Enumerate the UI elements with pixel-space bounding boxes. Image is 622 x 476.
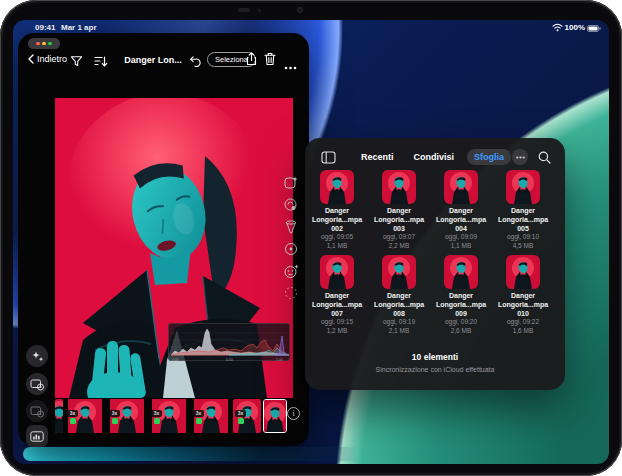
histogram-tick: 0.00 — [172, 358, 179, 362]
tab-sfoglia[interactable]: Sfoglia — [467, 149, 511, 165]
file-name: DangerLongoria...mpa 007 — [307, 292, 367, 318]
filmstrip-thumb-selected[interactable] — [263, 399, 287, 433]
editor-toolbar: Indietro Danger Lon... Seleziona — [18, 50, 309, 74]
thumb-badge: 3x — [193, 410, 204, 424]
file-size: 2,6 MB — [431, 327, 491, 336]
undo-icon[interactable] — [188, 54, 201, 72]
file-item[interactable]: DangerLongoria...mpa 002 oggi, 09:05 1,1… — [307, 170, 367, 251]
file-time: oggi, 09:20 — [431, 318, 491, 327]
file-time: oggi, 09:15 — [307, 318, 367, 327]
sort-descending-icon[interactable] — [94, 54, 108, 72]
file-name: DangerLongoria...mpa 002 — [307, 207, 367, 233]
file-item[interactable]: DangerLongoria...mpa 003 oggi, 09:07 2,2… — [369, 170, 429, 251]
status-time: 09:41 — [35, 23, 55, 32]
file-item[interactable]: DangerLongoria...mpa 009 oggi, 09:20 2,6… — [431, 255, 491, 336]
file-size: 1,2 MB — [307, 327, 367, 336]
tab-recenti[interactable]: Recenti — [354, 149, 401, 165]
file-size: 1,6 MB — [493, 327, 553, 336]
histogram-tick: 1.00 — [276, 358, 283, 362]
icloud-sync-status: Sincronizzazione con iCloud effettuata — [305, 366, 565, 373]
filmstrip-thumb[interactable] — [55, 399, 63, 433]
file-thumbnail — [506, 170, 540, 204]
front-camera — [297, 7, 303, 13]
back-label: Indietro — [37, 54, 67, 64]
color-cone-icon[interactable] — [281, 217, 301, 237]
ipad-device-frame: 09:41 Mar 1 apr 100% — [0, 0, 622, 476]
camera-bar — [238, 8, 250, 12]
file-time: oggi, 09:10 — [493, 233, 553, 242]
camera-dot — [258, 9, 261, 12]
file-name: DangerLongoria...mpa 005 — [493, 207, 553, 233]
back-button[interactable]: Indietro — [28, 54, 67, 64]
chevron-left-icon — [28, 54, 34, 64]
ipad-screen: 09:41 Mar 1 apr 100% — [13, 20, 609, 464]
file-thumbnail — [320, 170, 354, 204]
edited-badge — [112, 418, 118, 424]
file-size: 2,2 MB — [369, 242, 429, 251]
histogram-tick: 0.50 — [226, 358, 233, 362]
filmstrip-thumb[interactable]: 3x — [233, 399, 261, 433]
file-item[interactable]: DangerLongoria...mpa 008 oggi, 09:19 2,1… — [369, 255, 429, 336]
filmstrip-thumb[interactable]: 3x — [65, 399, 105, 433]
file-name: DangerLongoria...mpa 009 — [431, 292, 491, 318]
files-header: Recenti Condivisi Sfoglia — [305, 146, 565, 168]
file-thumbnail — [382, 255, 416, 289]
filmstrip-thumb[interactable]: 3x — [191, 399, 231, 433]
edited-badge — [196, 418, 202, 424]
histogram-overlay: 0.00 0.50 1.00 — [168, 323, 290, 361]
wallpaper-cyan-strip — [23, 447, 453, 461]
battery-icon — [587, 25, 601, 34]
magic-sparkles-button[interactable] — [26, 345, 48, 367]
file-size: 1,1 MB — [307, 242, 367, 251]
filmstrip-thumb[interactable]: 3x — [107, 399, 147, 433]
search-icon[interactable] — [538, 151, 551, 164]
edited-badge — [70, 418, 76, 424]
more-icon[interactable] — [284, 56, 297, 74]
file-name: DangerLongoria...mpa 003 — [369, 207, 429, 233]
document-title: Danger Lon... — [118, 55, 188, 65]
filter-funnel-icon[interactable] — [70, 54, 83, 72]
info-button[interactable]: i — [287, 407, 300, 420]
file-name: DangerLongoria...mpa 010 — [493, 292, 553, 318]
minimize-dot — [42, 42, 46, 46]
denoise-icon[interactable] — [281, 283, 301, 303]
file-size: 4,5 MB — [493, 242, 553, 251]
retouch-face-icon[interactable] — [281, 261, 301, 281]
file-size: 2,1 MB — [369, 327, 429, 336]
photo-editor-window: Indietro Danger Lon... Seleziona — [18, 33, 309, 446]
white-balance-icon[interactable] — [281, 195, 301, 215]
copy-edits-button[interactable] — [26, 373, 48, 395]
file-time: oggi, 09:19 — [369, 318, 429, 327]
file-item[interactable]: DangerLongoria...mpa 005 oggi, 09:10 4,5… — [493, 170, 553, 251]
file-item[interactable]: DangerLongoria...mpa 010 oggi, 09:22 1,6… — [493, 255, 553, 336]
file-thumbnail — [382, 170, 416, 204]
items-count: 10 elementi — [305, 352, 565, 362]
paste-edits-button[interactable] — [26, 400, 48, 422]
auto-enhance-icon[interactable] — [281, 173, 301, 193]
thumb-badge: 3x — [235, 410, 246, 424]
file-item[interactable]: DangerLongoria...mpa 004 oggi, 09:09 1,1… — [431, 170, 491, 251]
filmstrip-thumb[interactable]: 3x — [149, 399, 189, 433]
sidebar-toggle-icon[interactable] — [321, 151, 336, 164]
close-dot — [36, 42, 40, 46]
more-circle-icon[interactable] — [512, 149, 528, 165]
file-name: DangerLongoria...mpa 008 — [369, 292, 429, 318]
wifi-icon — [552, 23, 563, 34]
file-time: oggi, 09:22 — [493, 318, 553, 327]
tab-condivisi[interactable]: Condivisi — [407, 149, 462, 165]
file-item[interactable]: DangerLongoria...mpa 007 oggi, 09:15 1,2… — [307, 255, 367, 336]
window-controls[interactable] — [28, 38, 60, 49]
trash-icon[interactable] — [264, 52, 276, 70]
share-icon[interactable] — [246, 52, 257, 70]
thumb-badge: 3x — [67, 410, 78, 424]
photo-canvas[interactable]: 0.00 0.50 1.00 — [55, 98, 293, 398]
file-time: oggi, 09:09 — [431, 233, 491, 242]
edited-badge — [238, 418, 244, 424]
file-thumbnail — [444, 255, 478, 289]
file-name: DangerLongoria...mpa 004 — [431, 207, 491, 233]
selective-color-icon[interactable] — [281, 239, 301, 259]
histogram-panel-button[interactable] — [26, 425, 48, 447]
file-thumbnail — [320, 255, 354, 289]
edited-badge — [154, 418, 160, 424]
filmstrip: 3x 3x 3x 3x 3x — [55, 399, 283, 433]
